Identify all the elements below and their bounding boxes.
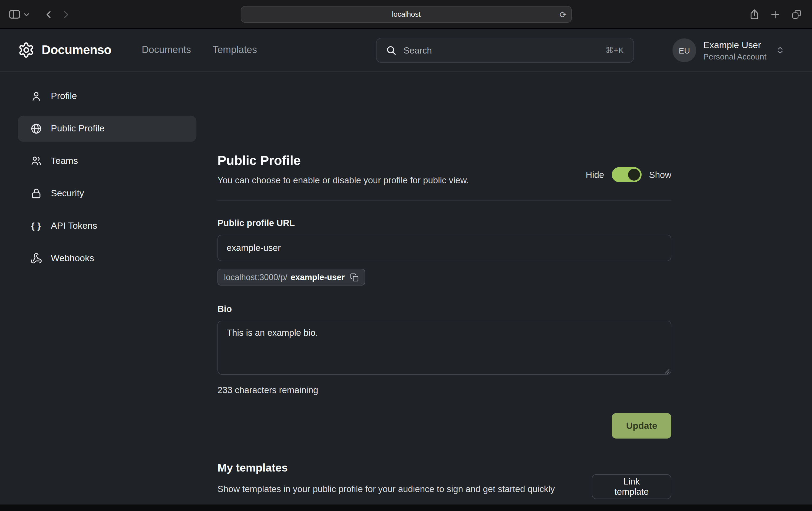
page-title: Public Profile [218, 153, 469, 168]
page-subtitle: You can choose to enable or disable your… [218, 175, 469, 185]
user-name: Example User [703, 40, 766, 51]
user-account-type: Personal Account [703, 52, 766, 61]
sidebar-panel-icon[interactable] [9, 9, 21, 20]
back-icon[interactable] [45, 9, 53, 19]
bio-field-label: Bio [218, 304, 671, 314]
window-bottom-edge [0, 505, 812, 511]
sidebar-item-profile[interactable]: Profile [18, 83, 196, 109]
forward-icon[interactable] [62, 9, 70, 19]
reload-icon[interactable]: ⟳ [560, 10, 567, 19]
sidebar-item-teams[interactable]: Teams [18, 148, 196, 174]
nav-documents[interactable]: Documents [142, 44, 191, 56]
visibility-toggle-row: Hide Show [586, 167, 671, 182]
update-button[interactable]: Update [612, 413, 671, 439]
address-bar[interactable]: localhost ⟳ [241, 6, 572, 23]
globe-icon [30, 123, 43, 134]
sidebar-item-label: Public Profile [51, 123, 105, 134]
url-text: localhost [392, 10, 421, 19]
copy-icon[interactable] [350, 273, 359, 281]
settings-sidebar: Profile Public Profile Teams Security [18, 83, 196, 271]
public-profile-settings: Public Profile You can choose to enable … [218, 153, 671, 511]
my-templates-description: Show templates in your public profile fo… [218, 482, 592, 499]
sidebar-item-api-tokens[interactable]: { } API Tokens [18, 213, 196, 239]
characters-remaining: 233 characters remaining [218, 385, 671, 395]
link-template-button[interactable]: Link template [592, 474, 671, 499]
sidebar-item-label: Webhooks [51, 253, 94, 264]
lock-icon [30, 188, 43, 200]
brand-name: Documenso [42, 43, 111, 57]
panel-chevron-down-icon[interactable] [24, 12, 29, 17]
sidebar-item-public-profile[interactable]: Public Profile [18, 116, 196, 142]
search-icon [386, 45, 397, 55]
user-icon [30, 90, 43, 102]
search-input[interactable]: Search ⌘+K [376, 38, 634, 63]
show-label: Show [649, 170, 671, 180]
webhook-icon [30, 252, 43, 264]
share-icon[interactable] [749, 9, 759, 20]
divider [218, 200, 671, 201]
nav-templates[interactable]: Templates [212, 44, 257, 56]
bio-textarea[interactable]: This is an example bio. [218, 321, 671, 375]
search-placeholder: Search [404, 45, 432, 55]
app-body: Profile Public Profile Teams Security [0, 72, 812, 505]
profile-url-input[interactable] [218, 235, 671, 261]
sidebar-item-label: API Tokens [51, 221, 97, 232]
sidebar-item-webhooks[interactable]: Webhooks [18, 245, 196, 271]
avatar: EU [672, 38, 696, 62]
toggle-knob [628, 169, 640, 181]
sidebar-item-label: Profile [51, 91, 77, 102]
top-nav: Documents Templates [142, 44, 257, 56]
my-templates-title: My templates [218, 461, 671, 474]
chevrons-up-down-icon [775, 45, 785, 56]
app-header: Documenso Documents Templates Search ⌘+K… [0, 29, 812, 72]
url-prefix: localhost:3000/p/ [224, 272, 287, 282]
url-username: example-user [290, 272, 345, 282]
user-menu[interactable]: EU Example User Personal Account [672, 38, 785, 62]
browser-toolbar: localhost ⟳ [0, 0, 812, 29]
hide-label: Hide [586, 170, 604, 180]
url-field-label: Public profile URL [218, 218, 671, 228]
tab-overview-icon[interactable] [791, 9, 802, 20]
public-url-chip[interactable]: localhost:3000/p/ example-user [218, 269, 365, 285]
new-tab-icon[interactable] [770, 9, 780, 19]
search-shortcut: ⌘+K [605, 46, 624, 55]
documenso-logo-icon [18, 42, 35, 58]
braces-icon: { } [30, 221, 43, 231]
sidebar-item-security[interactable]: Security [18, 181, 196, 207]
sidebar-item-label: Teams [51, 156, 78, 167]
resize-grip[interactable] [664, 369, 670, 374]
users-icon [30, 155, 43, 167]
profile-visibility-toggle[interactable] [612, 167, 641, 182]
sidebar-item-label: Security [51, 188, 84, 199]
app-window: localhost ⟳ Documenso Documents Template… [0, 0, 812, 511]
